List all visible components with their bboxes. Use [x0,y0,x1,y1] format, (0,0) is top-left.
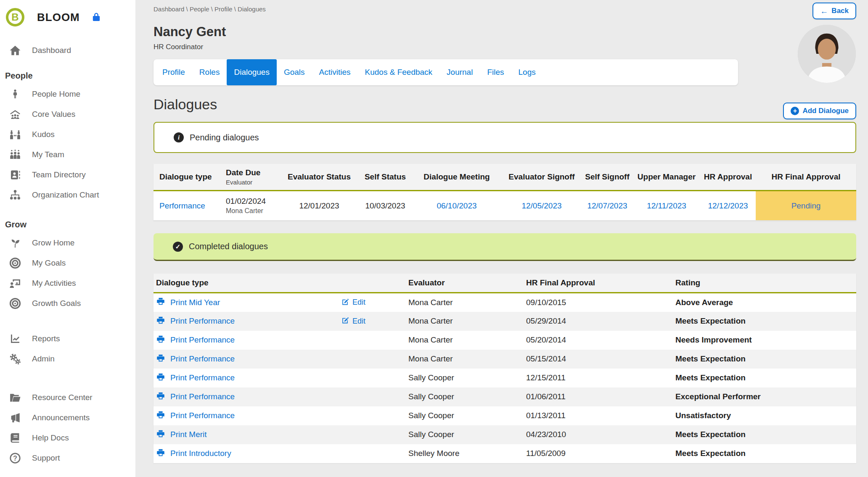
tab-profile[interactable]: Profile [155,59,192,85]
app-name: BLOOM [37,11,80,24]
sidebar-item-dashboard[interactable]: Dashboard [0,40,135,61]
sidebar-section-people: People [0,67,135,84]
printer-icon [156,297,165,308]
evaluator-cell: Mona Carter [406,312,524,331]
add-dialogue-button[interactable]: + Add Dialogue [783,103,856,119]
rating-cell: Above Average [673,293,856,312]
table-row: Print Performance Edit Mona Carter 05/29… [153,312,856,331]
pending-row: Performance 01/02/2024 Mona Carter 12/01… [153,191,856,221]
table-row: Print Merit Sally Cooper 04/23/2010 Meet… [153,425,856,444]
sidebar-item-label: My Goals [32,258,66,268]
pending-dialogue-type-link[interactable]: Performance [159,201,205,210]
pending-evaluator-signoff-link[interactable]: 12/05/2023 [521,201,561,210]
edit-icon [341,316,349,326]
table-row: Print Introductory Shelley Moore 11/05/2… [153,444,856,463]
sidebar-item-label: People Home [32,90,80,99]
col-evaluator-status: Evaluator Status [280,164,359,191]
print-dialogue-link[interactable]: Print Performance [170,392,235,401]
evaluator-cell: Sally Cooper [406,387,524,406]
main-content: Dashboard \ People \ Profile \ Dialogues… [135,0,868,477]
evaluator-cell: Sally Cooper [406,425,524,444]
sidebar-item-admin[interactable]: Admin [0,349,135,369]
sidebar-item-organization-chart[interactable]: Organization Chart [0,185,135,205]
sidebar-item-my-goals[interactable]: My Goals [0,253,135,273]
chart-icon [8,332,23,346]
print-dialogue-link[interactable]: Print Performance [170,411,235,420]
sidebar-item-announcements[interactable]: Announcements [0,408,135,428]
print-dialogue-link[interactable]: Print Performance [170,373,235,382]
tab-journal[interactable]: Journal [439,59,480,85]
sidebar-item-label: Admin [32,354,55,364]
pending-banner-label: Pending dialogues [190,133,259,142]
print-dialogue-link[interactable]: Print Performance [170,354,235,364]
tab-kudos-feedback[interactable]: Kudos & Feedback [358,59,440,85]
section-title: Dialogues [153,96,856,113]
col-evaluator: Evaluator [406,274,524,293]
back-arrow-icon: ← [820,7,828,15]
col-dialogue-type: Dialogue type [153,274,406,293]
sidebar-item-team-directory[interactable]: Team Directory [0,165,135,185]
tab-files[interactable]: Files [480,59,511,85]
pending-self-signoff-link[interactable]: 12/07/2023 [587,201,627,210]
pending-upper-manager-link[interactable]: 12/11/2023 [647,201,686,210]
print-dialogue-link[interactable]: Print Merit [170,430,207,439]
rating-cell: Meets Expectation [673,350,856,369]
sidebar-item-people-home[interactable]: People Home [0,84,135,104]
printer-icon [156,448,165,459]
sidebar-item-help-docs[interactable]: Help Docs [0,428,135,448]
print-dialogue-link[interactable]: Print Introductory [170,449,231,458]
tab-dialogues[interactable]: Dialogues [227,59,277,85]
tab-activities[interactable]: Activities [312,59,358,85]
table-row: Print Performance Mona Carter 05/15/2014… [153,350,856,369]
sidebar-item-label: Support [32,453,60,463]
tab-logs[interactable]: Logs [511,59,543,85]
pending-dialogue-meeting-link[interactable]: 06/10/2023 [437,201,476,210]
pending-dialogues-table: Dialogue type Date Due Evaluator Evaluat… [153,164,856,221]
tab-goals[interactable]: Goals [277,59,312,85]
sidebar-item-label: Organization Chart [32,190,99,200]
sidebar-item-label: Reports [32,334,60,343]
sidebar-item-label: Dashboard [32,46,71,55]
sidebar-item-core-values[interactable]: Core Values [0,104,135,124]
book-icon [8,431,23,445]
pending-status-badge[interactable]: Pending [756,191,856,221]
sidebar-item-label: Kudos [32,130,55,139]
table-row: Print Performance Sally Cooper 01/06/201… [153,387,856,406]
person-icon [8,87,23,101]
sidebar-item-support[interactable]: ? Support [0,448,135,468]
add-dialogue-label: Add Dialogue [802,107,849,115]
back-button-label: Back [831,7,849,15]
pending-evaluator-status: 12/01/2023 [280,191,359,221]
tab-roles[interactable]: Roles [192,59,227,85]
approval-date-cell: 11/05/2009 [524,444,673,463]
edit-link[interactable]: Edit [352,298,365,307]
rating-cell: Needs Improvement [673,331,856,350]
pending-header-row: Dialogue type Date Due Evaluator Evaluat… [153,164,856,191]
back-button[interactable]: ← Back [812,3,856,19]
print-dialogue-link[interactable]: Print Performance [170,316,235,326]
check-icon: ✓ [173,242,183,252]
sidebar-item-label: My Team [32,150,64,159]
print-dialogue-link[interactable]: Print Mid Year [170,298,220,307]
print-dialogue-link[interactable]: Print Performance [170,335,235,345]
evaluator-cell: Mona Carter [406,293,524,312]
col-hr-approval: HR Approval [700,164,756,191]
sidebar-item-kudos[interactable]: Kudos [0,124,135,145]
sidebar-item-resource-center[interactable]: Resource Center [0,387,135,408]
lock-icon [91,12,102,23]
approval-date-cell: 05/20/2014 [524,331,673,350]
breadcrumb[interactable]: Dashboard \ People \ Profile \ Dialogues [153,0,856,13]
sidebar-item-my-team[interactable]: My Team [0,145,135,165]
person-role: HR Coordinator [153,43,856,51]
plus-icon: + [791,107,799,115]
edit-link[interactable]: Edit [352,317,365,326]
sidebar-item-growth-goals[interactable]: Growth Goals [0,293,135,314]
rating-cell: Meets Expectation [673,369,856,387]
sidebar-item-my-activities[interactable]: My Activities [0,273,135,293]
pending-hr-approval-link[interactable]: 12/12/2023 [708,201,748,210]
sidebar-item-reports[interactable]: Reports [0,329,135,349]
rating-cell: Meets Expectation [673,444,856,463]
sidebar-item-label: Team Directory [32,170,86,179]
sidebar-item-grow-home[interactable]: Grow Home [0,233,135,253]
pending-evaluator-name: Mona Carter [226,207,277,215]
